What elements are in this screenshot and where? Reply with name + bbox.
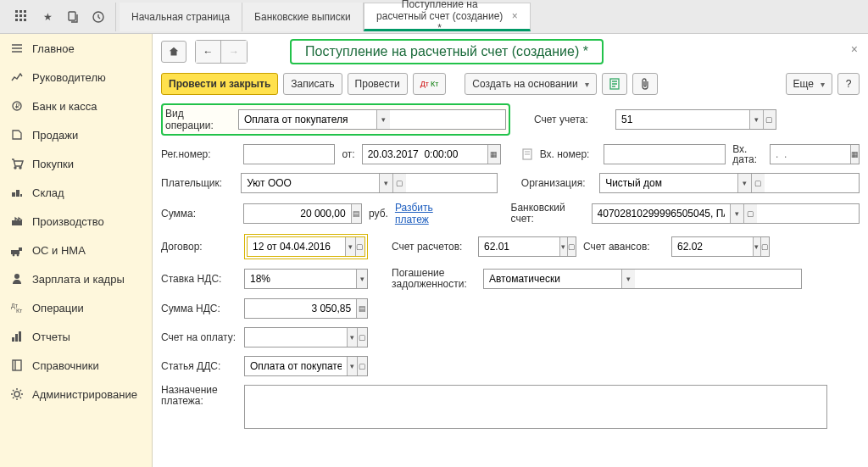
dds-dropdown-icon[interactable]: ▾ — [347, 357, 357, 375]
in-num-label: Вх. номер: — [540, 148, 598, 160]
doc-button[interactable] — [602, 73, 627, 95]
dtkt-button[interactable]: ДтКт — [413, 73, 447, 95]
svg-rect-27 — [15, 334, 18, 342]
page-content: × ← → Поступление на расчетный счет (соз… — [153, 34, 868, 467]
post-button[interactable]: Провести — [348, 73, 408, 95]
svg-rect-16 — [16, 190, 19, 197]
post-and-close-button[interactable]: Провести и закрыть — [161, 73, 278, 95]
operation-input[interactable] — [239, 110, 376, 129]
nav-fwd-button[interactable]: → — [221, 41, 247, 63]
calc-acc-input[interactable] — [479, 237, 559, 256]
create-based-button[interactable]: Создать на основании — [465, 73, 597, 95]
org-input[interactable] — [600, 174, 737, 192]
pay-acc-open-icon[interactable]: ▢ — [357, 328, 367, 347]
bank-acc-input[interactable] — [593, 204, 730, 223]
payer-input[interactable] — [242, 174, 379, 192]
account-input[interactable] — [616, 110, 749, 129]
account-label: Счет учета: — [534, 114, 609, 125]
svg-rect-2 — [24, 10, 26, 13]
calc-acc-open-icon[interactable]: ▢ — [567, 237, 576, 256]
home-button[interactable] — [161, 41, 186, 63]
calc-acc-dropdown-icon[interactable]: ▾ — [559, 237, 567, 256]
svg-rect-17 — [20, 194, 22, 197]
vat-rate-input[interactable] — [245, 270, 356, 288]
svg-rect-29 — [13, 360, 21, 370]
sidebar-item-os[interactable]: ОС и НМА — [0, 236, 152, 264]
in-date-calendar-icon[interactable]: ▦ — [850, 145, 859, 164]
nav-back-button[interactable]: ← — [196, 41, 221, 63]
vat-rate-dropdown-icon[interactable]: ▾ — [356, 270, 367, 288]
adv-acc-dropdown-icon[interactable]: ▾ — [753, 237, 760, 256]
bank-acc-label: Банковский счет: — [511, 203, 585, 225]
help-button[interactable]: ? — [837, 73, 860, 95]
contract-input[interactable] — [248, 237, 345, 256]
date-input[interactable] — [363, 145, 487, 164]
guides-icon — [10, 359, 24, 372]
sum-label: Сумма: — [161, 208, 236, 220]
split-payment-link[interactable]: Разбить платеж — [395, 202, 469, 225]
account-open-icon[interactable]: ▢ — [763, 110, 776, 129]
sidebar-item-reports[interactable]: Отчеты — [0, 322, 152, 351]
vat-sum-input[interactable] — [245, 299, 356, 318]
star-icon[interactable]: ★ — [39, 8, 56, 25]
sidebar-item-sales[interactable]: Продажи — [0, 120, 152, 149]
admin-icon — [10, 387, 24, 401]
sidebar-item-label: Справочники — [32, 359, 99, 372]
close-page-icon[interactable]: × — [851, 42, 858, 56]
tab-bank-statements[interactable]: Банковские выписки — [242, 3, 364, 31]
adv-acc-input[interactable] — [672, 237, 753, 256]
debt-dropdown-icon[interactable]: ▾ — [621, 270, 635, 288]
sidebar: ГлавноеРуководителю₽Банк и кассаПродажиП… — [0, 34, 153, 467]
tab-home[interactable]: Начальная страница — [120, 3, 242, 31]
svg-rect-15 — [12, 192, 15, 197]
sales-icon — [10, 128, 24, 142]
payer-dropdown-icon[interactable]: ▾ — [379, 174, 392, 192]
org-open-icon[interactable]: ▢ — [751, 174, 765, 192]
calendar-icon[interactable]: ▦ — [487, 145, 500, 164]
in-num-input[interactable] — [604, 145, 725, 164]
in-date-label: Вх. дата: — [732, 144, 763, 164]
apps-icon[interactable] — [14, 8, 31, 25]
sidebar-item-purchase[interactable]: Покупки — [0, 149, 152, 178]
tab-current[interactable]: Поступление на расчетный счет (создание)… — [364, 3, 531, 31]
attach-button[interactable] — [632, 73, 658, 95]
sidebar-item-salary[interactable]: Зарплата и кадры — [0, 264, 152, 293]
svg-rect-6 — [15, 19, 18, 21]
account-dropdown-icon[interactable]: ▾ — [749, 110, 763, 129]
pay-acc-input[interactable] — [245, 328, 347, 347]
operation-dropdown-icon[interactable]: ▾ — [376, 110, 390, 129]
sidebar-item-admin[interactable]: Администрирование — [0, 380, 152, 409]
sidebar-item-menu[interactable]: Главное — [0, 34, 152, 63]
pay-acc-dropdown-icon[interactable]: ▾ — [347, 328, 357, 347]
purpose-textarea[interactable] — [244, 385, 827, 429]
bank-acc-dropdown-icon[interactable]: ▾ — [730, 204, 743, 223]
sum-calc-icon[interactable]: ▤ — [351, 204, 361, 223]
tab-close-icon[interactable]: × — [512, 10, 518, 22]
sidebar-item-bank[interactable]: ₽Банк и касса — [0, 92, 152, 120]
org-label: Организация: — [521, 177, 593, 189]
save-button[interactable]: Записать — [283, 73, 342, 95]
contract-dropdown-icon[interactable]: ▾ — [345, 237, 354, 256]
bank-acc-open-icon[interactable]: ▢ — [743, 204, 757, 223]
dds-open-icon[interactable]: ▢ — [357, 357, 367, 375]
contract-open-icon[interactable]: ▢ — [355, 237, 364, 256]
more-button[interactable]: Еще — [786, 73, 832, 95]
in-date-input[interactable] — [771, 145, 850, 164]
history-icon[interactable] — [90, 8, 107, 25]
sidebar-item-prod[interactable]: Производство — [0, 207, 152, 236]
debt-input[interactable] — [484, 270, 621, 288]
sidebar-item-stock[interactable]: Склад — [0, 178, 152, 207]
svg-point-23 — [14, 274, 19, 279]
queue-icon[interactable] — [64, 8, 81, 25]
sidebar-item-lead[interactable]: Руководителю — [0, 63, 152, 92]
org-dropdown-icon[interactable]: ▾ — [737, 174, 751, 192]
sidebar-item-guides[interactable]: Справочники — [0, 351, 152, 380]
vat-sum-calc-icon[interactable]: ▤ — [356, 299, 367, 318]
dds-input[interactable] — [245, 357, 347, 375]
sum-input[interactable] — [244, 204, 351, 223]
sidebar-item-ops[interactable]: ДтКтОперации — [0, 293, 152, 322]
regnum-input[interactable] — [244, 145, 334, 164]
adv-acc-open-icon[interactable]: ▢ — [760, 237, 769, 256]
payer-open-icon[interactable]: ▢ — [392, 174, 406, 192]
debt-label: Погашение задолженности: — [392, 268, 476, 290]
